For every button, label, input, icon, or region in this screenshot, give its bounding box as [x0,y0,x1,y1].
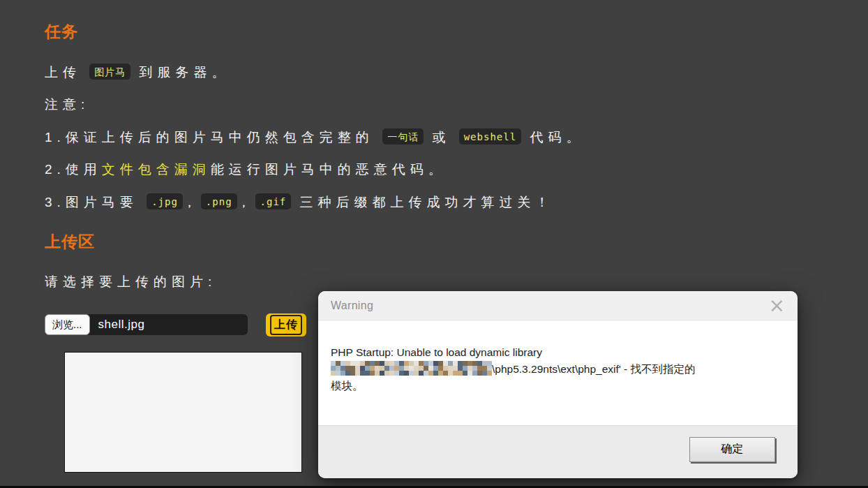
note-item-3-post: 三种后缀都上传成功才算过关！ [291,195,553,209]
note-item-1-mid: 或 [424,130,459,145]
note-item-1-text: 1.保证上传后的图片马中仍然包含完整的 [45,130,382,145]
page-content: 任务 上传 图片马 到服务器。 注意: 1.保证上传后的图片马中仍然包含完整的 … [0,0,868,336]
warning-message-path: \php5.3.29nts\ext\php_exif' - 找不到指定的 [492,363,696,375]
warning-message-line1: PHP Startup: Unable to load dynamic libr… [331,344,782,361]
inline-code-badge-png: .png [201,193,237,209]
warning-dialog-body: PHP Startup: Unable to load dynamic libr… [318,320,798,425]
upload-button[interactable]: 上传 [266,313,306,337]
file-input-field[interactable]: 浏览... shell.jpg [45,314,248,335]
warning-dialog-title: Warning [331,300,373,312]
note-item-2-post: 能运行图片马中的恶意代码。 [211,162,447,177]
task-intro-post: 到服务器。 [130,65,230,80]
file-inclusion-link[interactable]: 文件包含漏洞 [102,162,211,177]
inline-code-badge-webshell: webshell [459,128,521,145]
warning-dialog-footer: 确定 [318,425,798,478]
ok-button[interactable]: 确定 [689,437,775,462]
close-icon[interactable]: × [769,299,785,313]
warning-dialog: Warning × PHP Startup: Unable to load dy… [318,291,798,478]
note-item-1: 1.保证上传后的图片马中仍然包含完整的 一句话 或 webshell 代码。 [45,128,868,145]
inline-code-badge-oneword: 一句话 [382,128,424,145]
warning-dialog-header: Warning × [318,291,798,320]
note-item-2: 2.使用文件包含漏洞能运行图片马中的恶意代码。 [45,161,868,177]
inline-code-badge-jpg: .jpg [147,193,183,209]
inline-code-badge-gif: .gif [255,193,292,209]
note-item-3-pre: 3.图片马要 [45,195,147,209]
task-heading: 任务 [45,21,868,43]
upload-prompt: 请选择要上传的图片: [45,274,868,290]
browse-button[interactable]: 浏览... [45,314,90,335]
upload-section-heading: 上传区 [45,231,868,253]
image-preview-box [64,352,302,473]
note-label: 注意: [45,96,868,112]
selected-filename: shell.jpg [90,318,145,332]
warning-message-line3: 模块。 [331,378,782,394]
task-intro-pre: 上传 [45,65,89,80]
note-item-3: 3.图片马要 .jpg，.png，.gif 三种后缀都上传成功才算过关！ [45,193,868,210]
task-intro: 上传 图片马 到服务器。 [45,64,868,80]
redacted-path-mosaic [331,361,492,376]
inline-code-badge-imghorse: 图片马 [89,64,130,80]
note-item-1-post: 代码。 [521,130,584,145]
warning-message-line2: \php5.3.29nts\ext\php_exif' - 找不到指定的 [331,361,782,378]
note-item-2-pre: 2.使用 [45,162,102,177]
upload-button-label: 上传 [270,315,302,335]
note-item-3-sep1: ， [183,195,201,209]
note-item-3-sep2: ， [237,195,255,209]
